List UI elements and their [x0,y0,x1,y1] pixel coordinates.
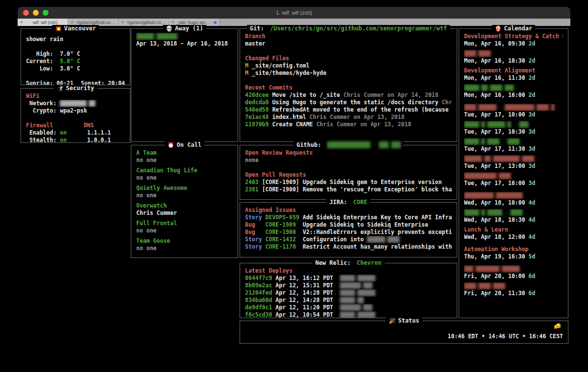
commit-message: Create CNAME [269,121,313,128]
event-when: Thu, Apr 19, 16:30 5d [464,253,563,260]
pr-title: [CORE-1900] Remove the 'rescue_from Exce… [259,186,452,193]
away-person-redacted: ██████ ███████ [136,33,177,40]
event-title-redacted: ███████████ ████ [464,172,511,179]
oncall-team: A Teamno one [136,149,233,164]
deploy-row: 834ba60d Apr 12, 14:28 PDT █████ ██ [245,297,452,304]
github-pr-header: Open Pull Requests [245,171,452,179]
event-datetime: Tue, Apr 17, 10:00 [464,111,529,118]
minimize-button[interactable] [33,10,39,16]
alarm-clock-icon: ⏰ [168,141,174,149]
deploy-time: Apr 13, 16:12 PDT [272,275,340,281]
panel-calendar: 🍿Calendar Development Strategy & Catch U… [459,28,568,318]
commit-hash: 7e1ac48 [245,114,269,120]
github-review-none: none [245,157,452,164]
temp-value: 3.0° C [60,65,80,72]
tab-close-icon: × [20,20,23,25]
firewall-row: Enabled: on 1.1.1.1 [26,129,125,137]
event-when: Mon, Apr 16, 10:30 2d [464,57,563,65]
event-days-until: 3d [529,111,536,118]
issue-key: CORE-1900 [266,229,303,235]
panel-newrelic-title: New Relic: Chevron [240,259,457,267]
panel-away: 💀Away (1) ██████ ███████ Apr 13, 2018 - … [131,28,238,142]
git-repo-path: /Users/chris/go/src/github.com/senorprog… [270,25,447,32]
commit-message: RefreshedAt moved to the end of the refr… [269,106,452,113]
calendar-event: ████ ██████ · ██████████ ████ █Tue, Apr … [464,104,563,118]
calendar-event: ██████████ █████████Wed, Apr 18, 10:00 4… [464,192,563,207]
deploy-row: 8b09e2ac Apr 12, 15:31 PDT ███████ ███ [245,282,452,289]
deploy-time: Apr 12, 14:28 PDT [272,297,340,303]
event-days-until: 3d [529,163,536,169]
weather-temp-row: Low: 3.0° C [26,65,125,72]
away-title-text: Away (1) [175,25,203,32]
deployer-redacted: █████ ██████ [340,289,375,296]
event-when: Tue, Apr 17, 11:30 3d [464,145,563,153]
team-name: Team Goose [136,237,233,245]
event-title: ████ ██████ · ██████████ ████ █ [464,104,563,111]
file-flag: M [245,70,252,76]
event-title-redacted: █████ █ ██████ █ · ███ [464,121,528,128]
sunset-time: Sunset: 20:04 [81,80,125,85]
firewall-row: Stealth: on 1.0.0.1 [26,137,125,142]
panel-status-title: 🎉Status [240,317,568,325]
panel-jira-title: JIRA: CORE [240,199,457,206]
panel-calendar-title: 🍿Calendar [459,25,568,32]
calendar-event: █████ █ █████ · ████Wed, Apr 18, 10:30 4… [464,209,563,224]
issue-type: Story [245,243,266,250]
event-title-redacted: ████ ██████ · ██████████ ████ █ [464,104,554,111]
git-commits-header: Recent Commits [245,84,452,92]
newrelic-header: Latest Deploys [245,267,452,275]
commit-meta: Chris Cummer on Apr 13, 2018 [313,121,411,128]
event-days-until: 4d [529,216,536,223]
deployer-redacted: ███████ ███ [340,304,372,311]
team-name: A Team [136,149,233,157]
issue-summary: V2::HandleErrors explicitly prevents exc… [303,229,452,235]
deploy-row: 21204fed Apr 12, 14:28 PDT █████ ██████ [245,289,452,297]
team-person: no one [136,227,233,234]
deploy-time: Apr 12, 14:28 PDT [272,289,340,296]
event-days-until: 2d [529,57,536,64]
terminal-content: 💥Vancouver shower rain High: 7.0° CCurre… [18,26,570,372]
firewall-value: on [60,129,67,136]
commit-row: 7e1ac48 index.html Chris Cummer on Apr 1… [245,114,452,121]
event-datetime: Tue, Apr 17, 10:30 [464,128,529,135]
commit-meta: Chris Cummer on Apr 13, 2018 [306,114,405,120]
panel-security: 🤺Security WiFi Network: █████████ ██ Cry… [21,88,130,143]
jira-issue-row: Story CORE-1178 Restrict Account has_man… [245,243,452,251]
oncall-team: OverwatchChris Cummer [136,202,233,217]
event-datetime: Wed, Apr 18, 10:00 [464,199,529,206]
event-when: Tue, Apr 17, 16:00 3d [464,180,563,187]
tab-close-icon: × [121,20,124,25]
zoom-button[interactable] [43,10,49,16]
window-title: 1. wtf: wtf (zsh) [18,7,570,19]
event-days-until: 3d [529,128,536,135]
event-days-until: 3d [529,145,536,152]
panel-status: 🎉Status 🧀 10:46 EDT • 14:46 UTC • 16:46 … [240,321,568,344]
oncall-team: Quietly Awesomeno one [136,185,233,199]
commit-row: dedcda0 Using Hugo to generate the stati… [245,99,452,106]
oncall-team: Team Gooseno one [136,237,233,252]
file-name: _site/config.toml [252,62,310,69]
window-titlebar[interactable]: 1. wtf: wtf (zsh) [18,7,570,19]
tab-label: ~/go/src/github.com/senor… [126,20,166,25]
team-person: no one [136,245,233,252]
event-title-redacted: ████ ████ ████ [464,282,505,289]
event-datetime: Fri, Apr 20, 10:00 [464,273,529,279]
event-when: Fri, Apr 20, 11:30 6d [464,290,563,297]
team-person: no one [136,157,233,164]
deployer-redacted: █████ ██████ [340,275,375,281]
close-button[interactable] [23,10,29,16]
commit-hash: 540ed58 [245,106,269,113]
event-title: ███████████ ████ [464,172,563,180]
panel-newrelic: New Relic: Chevron Latest Deploys 0644f7… [240,263,457,318]
terminal-window: 1. wtf: wtf (zsh) ×wtf: wtf (zsh)×~/go/s… [18,7,570,372]
temp-label: High: [26,50,60,57]
calendar-title-text: Calendar [504,25,532,32]
tab-label: wtf: wtf (zsh) [25,20,65,25]
event-title-text: Development Strategy & Catch Up [464,33,563,40]
event-datetime: Mon, Apr 16, 09:30 [464,40,529,47]
commit-hash: 11970b9 [245,121,269,128]
firewall-label: Stealth: [26,137,60,142]
event-days-until: 5d [529,253,536,260]
weather-title-text: Vancouver [64,25,96,32]
security-title-text: Security [66,85,94,92]
